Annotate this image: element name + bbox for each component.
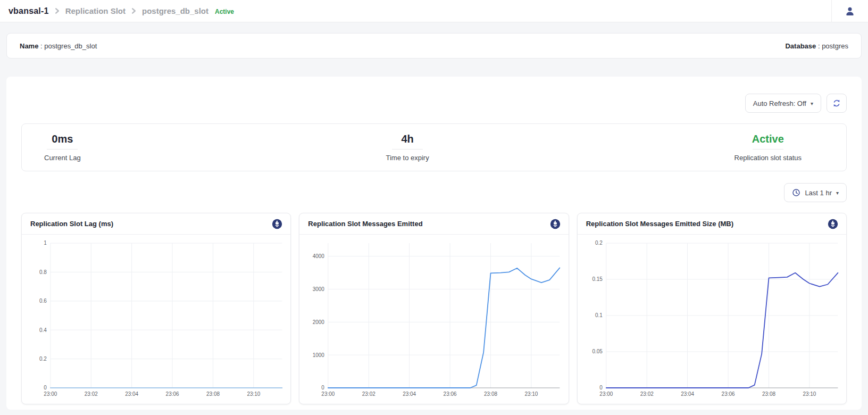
current-lag-label: Current Lag <box>44 154 81 162</box>
svg-text:23:02: 23:02 <box>362 391 375 397</box>
svg-text:23:04: 23:04 <box>681 391 694 397</box>
prometheus-link-icon[interactable] <box>271 218 283 230</box>
prometheus-link-icon[interactable] <box>827 218 839 230</box>
svg-text:0.2: 0.2 <box>595 240 603 246</box>
time-range-controls: Last 1 hr ▾ <box>21 183 847 202</box>
messages-emitted-size-chart[interactable]: 23:0023:0223:0423:0623:0823:100.20.150.1… <box>578 235 846 404</box>
stat-current-lag: 0ms Current Lag <box>44 134 81 162</box>
top-header-bar: vbansal-1 Replication Slot postgres_db_s… <box>0 0 868 22</box>
chart-title: Replication Slot Lag (ms) <box>30 220 113 228</box>
svg-text:23:00: 23:00 <box>44 391 57 397</box>
slot-summary-card: 0ms Current Lag 4h Time to expiry Active… <box>21 123 847 171</box>
stat-slot-status: Active Replication slot status <box>735 134 802 162</box>
user-profile-icon[interactable] <box>845 6 855 16</box>
slot-name-label: Name <box>20 42 38 50</box>
svg-text:23:10: 23:10 <box>247 391 260 397</box>
chart-card-messages-emitted: Replication Slot Messages Emitted 23:002… <box>299 213 569 404</box>
svg-text:3000: 3000 <box>313 286 325 292</box>
slot-info-bar: Name : postgres_db_slot Database : postg… <box>6 33 862 59</box>
slot-status-label: Replication slot status <box>735 154 802 162</box>
prometheus-link-icon[interactable] <box>549 218 561 230</box>
svg-text:1000: 1000 <box>313 352 325 358</box>
svg-text:0.4: 0.4 <box>39 327 47 333</box>
time-to-expiry-value: 4h <box>401 134 413 144</box>
header-user-area <box>831 0 868 22</box>
svg-text:0: 0 <box>44 385 47 391</box>
svg-text:0.1: 0.1 <box>595 312 603 318</box>
svg-text:0.2: 0.2 <box>39 356 47 362</box>
messages-emitted-chart[interactable]: 23:0023:0223:0423:0623:0823:104000300020… <box>299 235 568 404</box>
chart-header: Replication Slot Messages Emitted Size (… <box>578 213 846 235</box>
auto-refresh-dropdown[interactable]: Auto Refresh: Off ▾ <box>745 94 821 113</box>
svg-text:23:02: 23:02 <box>640 391 653 397</box>
divider <box>47 149 78 150</box>
charts-row: Replication Slot Lag (ms) 23:0023:0223:0… <box>21 213 847 404</box>
svg-text:0: 0 <box>322 385 325 391</box>
chevron-right-icon <box>131 8 137 14</box>
svg-text:23:06: 23:06 <box>721 391 735 397</box>
svg-text:0.8: 0.8 <box>39 269 47 275</box>
svg-text:23:10: 23:10 <box>525 391 538 397</box>
chart-header: Replication Slot Messages Emitted <box>299 213 568 235</box>
chart-card-messages-emitted-size: Replication Slot Messages Emitted Size (… <box>577 213 847 404</box>
refresh-button[interactable] <box>827 94 847 113</box>
svg-text:23:00: 23:00 <box>322 391 335 397</box>
svg-text:23:04: 23:04 <box>125 391 138 397</box>
chart-title: Replication Slot Messages Emitted Size (… <box>586 220 733 228</box>
svg-text:0.15: 0.15 <box>592 276 603 282</box>
refresh-controls: Auto Refresh: Off ▾ <box>21 77 847 113</box>
breadcrumb: vbansal-1 Replication Slot postgres_db_s… <box>9 6 831 16</box>
breadcrumb-section[interactable]: Replication Slot <box>65 6 126 15</box>
slot-database-label: Database <box>785 42 816 50</box>
metrics-panel: Auto Refresh: Off ▾ 0ms Current Lag 4h <box>6 77 862 410</box>
svg-text:23:00: 23:00 <box>599 391 613 397</box>
svg-text:23:06: 23:06 <box>444 391 457 397</box>
svg-text:23:02: 23:02 <box>85 391 98 397</box>
svg-text:23:04: 23:04 <box>403 391 416 397</box>
chart-card-replication-slot-lag: Replication Slot Lag (ms) 23:0023:0223:0… <box>21 213 291 404</box>
chevron-down-icon: ▾ <box>811 101 813 106</box>
slot-database-field: Database : postgres <box>785 42 848 50</box>
chevron-right-icon <box>54 8 60 14</box>
chevron-down-icon: ▾ <box>836 190 839 196</box>
stat-time-to-expiry: 4h Time to expiry <box>386 134 429 162</box>
svg-text:23:08: 23:08 <box>762 391 775 397</box>
slot-name-value: postgres_db_slot <box>44 42 97 50</box>
replication-slot-page: vbansal-1 Replication Slot postgres_db_s… <box>0 0 868 415</box>
svg-text:23:08: 23:08 <box>484 391 497 397</box>
time-range-dropdown[interactable]: Last 1 hr ▾ <box>784 183 847 202</box>
svg-text:1: 1 <box>44 240 47 246</box>
svg-text:0.05: 0.05 <box>592 348 603 354</box>
slot-name-field: Name : postgres_db_slot <box>20 42 97 50</box>
replication-slot-lag-chart[interactable]: 23:0023:0223:0423:0623:0823:1010.80.60.4… <box>22 235 290 404</box>
current-lag-value: 0ms <box>52 134 73 144</box>
chart-title: Replication Slot Messages Emitted <box>308 220 422 228</box>
svg-text:23:08: 23:08 <box>206 391 220 397</box>
refresh-icon <box>832 98 841 108</box>
chart-header: Replication Slot Lag (ms) <box>22 213 290 235</box>
clock-icon <box>792 188 800 197</box>
slot-status-value: Active <box>752 134 784 144</box>
svg-text:2000: 2000 <box>313 319 325 325</box>
time-to-expiry-label: Time to expiry <box>386 154 429 162</box>
breadcrumb-universe-link[interactable]: vbansal-1 <box>9 6 49 16</box>
svg-text:23:06: 23:06 <box>166 391 179 397</box>
svg-text:0.6: 0.6 <box>39 298 47 304</box>
slot-database-value: postgres <box>822 42 848 50</box>
divider <box>392 149 423 150</box>
svg-text:0: 0 <box>599 385 603 391</box>
slot-status-badge: Active <box>215 7 234 15</box>
breadcrumb-slot-name: postgres_db_slot <box>142 6 208 15</box>
svg-text:4000: 4000 <box>313 253 325 259</box>
divider <box>753 149 783 150</box>
svg-text:23:10: 23:10 <box>803 391 816 397</box>
